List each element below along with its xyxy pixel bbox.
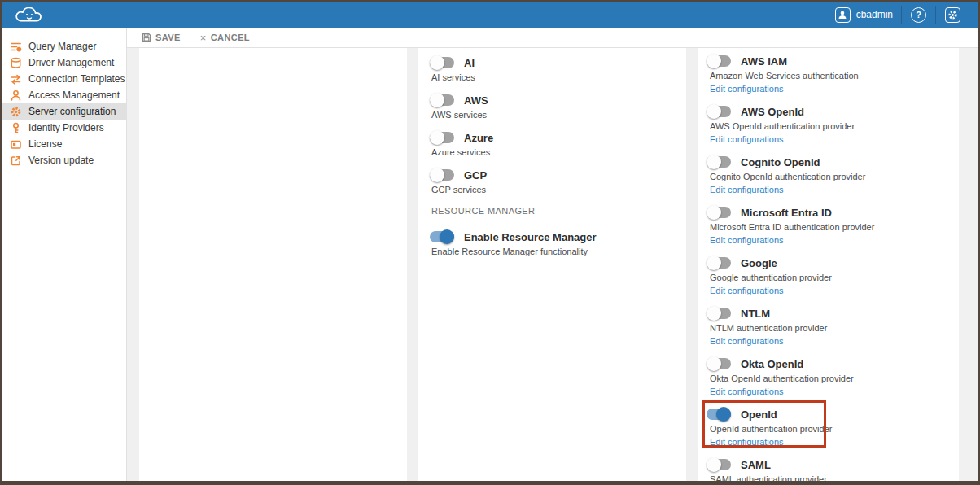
edit-configurations-link[interactable]: Edit configurations xyxy=(710,185,784,194)
service-description: AI services xyxy=(431,72,686,82)
provider-item-aws-iam: AWS IAM Amazon Web Services authenticati… xyxy=(707,51,959,95)
cloudbeaver-cloud-logo xyxy=(13,4,46,25)
azure-toggle[interactable] xyxy=(430,130,454,145)
saml-toggle[interactable] xyxy=(707,457,731,472)
provider-item-saml: SAML SAML authentication provider Edit c… xyxy=(707,455,959,485)
service-description: GCP services xyxy=(431,185,686,194)
openid-toggle[interactable] xyxy=(707,407,731,422)
sidebar-item-label: Query Manager xyxy=(28,41,96,52)
edit-configurations-link[interactable]: Edit configurations xyxy=(710,437,784,447)
provider-description: Amazon Web Services authentication xyxy=(710,71,959,81)
ai-toggle[interactable] xyxy=(430,55,454,70)
provider-label: NTLM xyxy=(741,308,770,320)
service-label: AWS xyxy=(464,94,488,107)
help-button[interactable]: ? xyxy=(902,7,935,23)
okta-openid-toggle[interactable] xyxy=(707,356,731,371)
app-window: cbadmin ? xyxy=(0,0,980,485)
provider-label: SAML xyxy=(741,459,771,471)
edit-configurations-link[interactable]: Edit configurations xyxy=(710,235,784,245)
admin-sidebar: Query Manager Driver Management xyxy=(2,28,127,481)
edit-configurations-link[interactable]: Edit configurations xyxy=(710,336,784,346)
provider-item-cognito-openid: Cognito OpenId Cognito OpenId authentica… xyxy=(707,152,959,196)
settings-gear-icon xyxy=(945,7,960,23)
provider-item-okta-openid: Okta OpenId Okta OpenId authentication p… xyxy=(707,354,959,398)
user-menu[interactable]: cbadmin xyxy=(827,7,901,23)
sidebar-item-label: Access Management xyxy=(28,90,120,101)
sidebar-item-version-update[interactable]: Version update xyxy=(2,152,126,168)
panel-services: AI AI services AWS AWS services xyxy=(418,48,686,481)
driver-management-icon xyxy=(10,57,22,69)
service-description: AWS services xyxy=(431,110,686,120)
provider-label: AWS OpenId xyxy=(741,106,804,118)
provider-description: OpenId authentication provider xyxy=(710,424,959,434)
license-icon xyxy=(10,138,22,151)
panel-auth-providers: AWS IAM Amazon Web Services authenticati… xyxy=(698,48,959,481)
sidebar-item-query-manager[interactable]: Query Manager xyxy=(2,38,126,55)
server-configuration-icon xyxy=(10,106,22,118)
provider-description: SAML authentication provider xyxy=(710,474,959,484)
provider-item-google: Google Google authentication provider Ed… xyxy=(707,253,959,297)
provider-description: Cognito OpenId authentication provider xyxy=(710,172,959,181)
main-area: SAVE × CANCEL AI xyxy=(127,28,978,481)
provider-label: AWS IAM xyxy=(741,55,787,68)
provider-item-microsoft-entra-id: Microsoft Entra ID Microsoft Entra ID au… xyxy=(707,203,959,247)
cancel-label: CANCEL xyxy=(211,33,250,42)
sidebar-item-label: Identity Providers xyxy=(28,122,104,133)
sidebar-item-driver-management[interactable]: Driver Management xyxy=(2,55,126,71)
gcp-toggle[interactable] xyxy=(430,168,454,182)
edit-configurations-link[interactable]: Edit configurations xyxy=(710,84,784,94)
resource-manager-section-header: RESOURCE MANAGER xyxy=(431,206,686,216)
provider-label: Cognito OpenId xyxy=(741,156,820,168)
cancel-button[interactable]: × CANCEL xyxy=(196,33,254,43)
cognito-openid-toggle[interactable] xyxy=(707,155,731,169)
access-management-icon xyxy=(10,90,22,102)
vertical-scrollbar[interactable] xyxy=(959,48,978,481)
save-button[interactable]: SAVE xyxy=(138,33,185,42)
sidebar-item-label: Driver Management xyxy=(28,57,114,68)
provider-label: Microsoft Entra ID xyxy=(741,207,832,219)
sidebar-item-connection-templates[interactable]: Connection Templates xyxy=(2,71,126,87)
aws-toggle[interactable] xyxy=(430,93,454,107)
service-label: Azure xyxy=(464,132,493,144)
service-label: GCP xyxy=(464,169,487,181)
sidebar-item-label: License xyxy=(28,138,62,150)
sidebar-item-license[interactable]: License xyxy=(2,136,126,152)
panel-empty xyxy=(139,48,407,481)
service-item-azure: Azure Azure services xyxy=(430,129,686,157)
sidebar-item-label: Connection Templates xyxy=(28,73,125,85)
provider-description: Okta OpenId authentication provider xyxy=(710,374,959,383)
provider-description: NTLM authentication provider xyxy=(710,323,959,333)
sidebar-item-label: Server configuration xyxy=(28,106,116,117)
provider-description: AWS OpenId authentication provider xyxy=(710,121,959,131)
provider-label: Google xyxy=(741,257,777,269)
enable-resource-manager-toggle[interactable] xyxy=(430,229,454,244)
service-description: Enable Resource Manager functionality xyxy=(431,247,686,256)
provider-description: Microsoft Entra ID authentication provid… xyxy=(710,222,959,232)
provider-item-openid: OpenId OpenId authentication provider Ed… xyxy=(707,404,959,448)
microsoft-entra-id-toggle[interactable] xyxy=(707,205,731,220)
edit-configurations-link[interactable]: Edit configurations xyxy=(710,387,784,396)
provider-item-ntlm: NTLM NTLM authentication provider Edit c… xyxy=(707,304,959,347)
google-toggle[interactable] xyxy=(707,256,731,270)
help-question-icon: ? xyxy=(911,7,926,23)
provider-item-aws-openid: AWS OpenId AWS OpenId authentication pro… xyxy=(707,102,959,146)
query-manager-icon xyxy=(10,41,22,53)
edit-configurations-link[interactable]: Edit configurations xyxy=(710,286,784,295)
sidebar-item-server-configuration[interactable]: Server configuration xyxy=(2,103,126,120)
sidebar-item-label: Version update xyxy=(28,155,94,166)
settings-content: AI AI services AWS AWS services xyxy=(127,48,978,481)
save-label: SAVE xyxy=(155,33,181,42)
edit-configurations-link[interactable]: Edit configurations xyxy=(710,134,784,144)
provider-description: Google authentication provider xyxy=(710,273,959,282)
cancel-x-icon: × xyxy=(200,33,207,43)
sidebar-item-access-management[interactable]: Access Management xyxy=(2,87,126,103)
cloud-icon xyxy=(13,4,46,25)
identity-providers-icon xyxy=(10,122,22,134)
sidebar-item-identity-providers[interactable]: Identity Providers xyxy=(2,120,126,136)
toolbar: SAVE × CANCEL xyxy=(127,28,978,48)
service-item-gcp: GCP GCP services xyxy=(430,167,686,194)
ntlm-toggle[interactable] xyxy=(707,306,731,321)
aws-iam-toggle[interactable] xyxy=(707,54,731,68)
settings-button[interactable] xyxy=(936,7,969,23)
aws-openid-toggle[interactable] xyxy=(707,104,731,119)
